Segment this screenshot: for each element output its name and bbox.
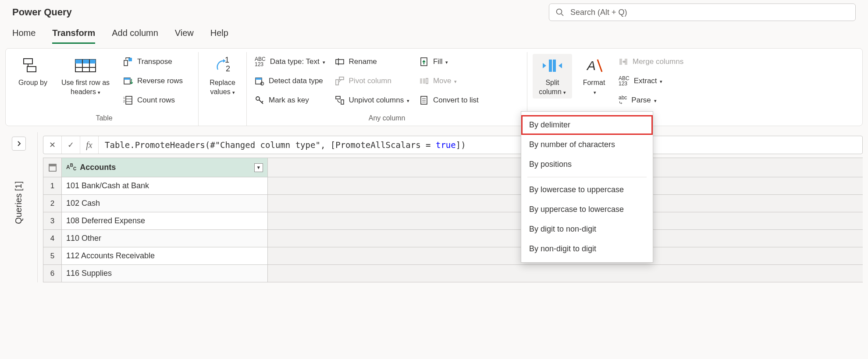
svg-rect-45: [553, 60, 556, 72]
tab-home[interactable]: Home: [12, 26, 36, 44]
merge-label: Merge columns: [633, 57, 683, 66]
svg-marker-52: [623, 60, 624, 63]
move-button: Move ▾: [416, 73, 481, 89]
dropdown-item-by-number-of-characters[interactable]: By number of characters: [521, 135, 653, 155]
format-label: Format▾: [583, 78, 605, 97]
parse-icon: abc⤷: [619, 95, 627, 106]
queries-count-label: Queries [1]: [14, 181, 24, 224]
transpose-icon: [123, 57, 133, 67]
pivot-column-button: Pivot column: [332, 73, 412, 89]
svg-rect-30: [336, 80, 338, 85]
row-number[interactable]: 1: [43, 177, 62, 195]
split-column-dropdown: By delimiter By number of characters By …: [521, 111, 653, 263]
dropdown-item-by-delimiter[interactable]: By delimiter: [521, 115, 653, 135]
data-type-button[interactable]: ABC123 Data type: Text ▾: [252, 54, 328, 70]
unpivot-label: Unpivot columns ▾: [349, 96, 409, 105]
split-column-button[interactable]: Split column▾: [533, 54, 572, 99]
tab-help[interactable]: Help: [210, 26, 228, 44]
svg-rect-39: [426, 78, 428, 84]
svg-text:2: 2: [226, 64, 230, 73]
group-by-button[interactable]: Group by: [15, 54, 50, 89]
parse-button[interactable]: abc⤷ Parse ▾: [616, 92, 686, 108]
svg-rect-50: [619, 59, 622, 65]
row-number[interactable]: 2: [43, 195, 62, 212]
use-first-row-label: Use first row as headers▾: [56, 78, 115, 97]
column-header-accounts[interactable]: ABC Accounts ▾: [62, 158, 268, 177]
rename-button[interactable]: Rename: [332, 54, 412, 70]
detect-icon: [255, 76, 264, 86]
svg-text:A: A: [586, 58, 596, 73]
column-type-icon: ABC: [66, 163, 76, 171]
formula-fx-button[interactable]: fx: [80, 136, 99, 154]
svg-marker-47: [559, 63, 562, 68]
tab-transform[interactable]: Transform: [52, 26, 95, 44]
search-input[interactable]: [570, 8, 849, 17]
svg-rect-11: [128, 58, 132, 61]
reverse-rows-button[interactable]: Reverse rows: [121, 73, 185, 89]
dropdown-item-by-non-digit-to-digit[interactable]: By non-digit to digit: [521, 239, 653, 259]
group-table-label: Table: [15, 114, 193, 122]
split-column-icon: [540, 56, 565, 76]
ribbon-tabs: Home Transform Add column View Help: [0, 25, 868, 44]
formula-commit-button[interactable]: ✓: [62, 136, 80, 154]
tab-view[interactable]: View: [175, 26, 194, 44]
detect-label: Detect data type: [269, 77, 323, 85]
replace-icon: 12: [213, 56, 233, 76]
svg-point-0: [557, 9, 562, 14]
grid-select-all[interactable]: [43, 158, 62, 177]
cell[interactable]: 116 Supplies: [62, 265, 268, 282]
rename-icon: [335, 57, 345, 67]
replace-values-button[interactable]: 12 Replace values▾: [205, 54, 240, 99]
svg-text:1: 1: [225, 56, 229, 64]
svg-rect-23: [256, 78, 262, 80]
cell[interactable]: 102 Cash: [62, 195, 268, 212]
extract-icon: ABC123: [619, 76, 630, 86]
formula-cancel-button[interactable]: ✕: [43, 136, 62, 154]
transpose-button[interactable]: Transpose: [121, 54, 185, 70]
transpose-label: Transpose: [137, 57, 172, 66]
format-icon: A: [584, 56, 604, 76]
svg-rect-31: [339, 77, 344, 80]
extract-button[interactable]: ABC123 Extract ▾: [616, 73, 686, 89]
cell[interactable]: 108 Deferred Expense: [62, 212, 268, 230]
group-by-label: Group by: [18, 78, 47, 88]
table-headers-icon: [75, 56, 96, 76]
extract-label: Extract ▾: [634, 77, 663, 85]
dropdown-separator: [527, 177, 647, 177]
convert-to-list-button[interactable]: Convert to list: [416, 92, 481, 108]
cell[interactable]: 112 Accounts Receivable: [62, 247, 268, 265]
cell[interactable]: 101 Bank/Cash at Bank: [62, 177, 268, 195]
unpivot-icon: [335, 95, 345, 105]
search-bar[interactable]: [549, 4, 856, 21]
dropdown-item-by-uppercase-to-lowercase[interactable]: By uppercase to lowercase: [521, 200, 653, 219]
row-number[interactable]: 5: [43, 247, 62, 265]
svg-rect-33: [341, 100, 344, 104]
rename-label: Rename: [349, 57, 377, 66]
row-number[interactable]: 6: [43, 265, 62, 282]
formula-text[interactable]: Table.PromoteHeaders(#"Changed column ty…: [99, 140, 862, 150]
use-first-row-as-headers-button[interactable]: Use first row as headers▾: [55, 54, 116, 99]
dropdown-item-by-positions[interactable]: By positions: [521, 155, 653, 174]
count-rows-icon: 12: [123, 95, 133, 105]
row-number[interactable]: 4: [43, 230, 62, 247]
group-anycolumn-label: Any column: [252, 114, 522, 122]
detect-data-type-button[interactable]: Detect data type: [252, 73, 328, 89]
formula-bar: ✕ ✓ fx Table.PromoteHeaders(#"Changed co…: [43, 136, 863, 154]
column-filter-dropdown[interactable]: ▾: [254, 163, 263, 172]
group-by-icon: [23, 56, 43, 76]
queries-expand-button[interactable]: [12, 137, 26, 151]
cell[interactable]: 110 Other: [62, 230, 268, 247]
dropdown-item-by-digit-to-non-digit[interactable]: By digit to non-digit: [521, 219, 653, 239]
app-title: Power Query: [12, 7, 549, 18]
data-grid[interactable]: ABC Accounts ▾ 1 101 Bank/Cash at Bank 2…: [43, 158, 863, 282]
fill-button[interactable]: Fill ▾: [416, 54, 481, 70]
fill-label: Fill ▾: [433, 57, 448, 66]
dropdown-item-by-lowercase-to-uppercase[interactable]: By lowercase to uppercase: [521, 180, 653, 200]
tab-add-column[interactable]: Add column: [112, 26, 158, 44]
format-button[interactable]: A Format▾: [576, 54, 612, 99]
row-number[interactable]: 3: [43, 212, 62, 230]
pivot-label: Pivot column: [349, 77, 391, 85]
unpivot-columns-button[interactable]: Unpivot columns ▾: [332, 92, 412, 108]
count-rows-button[interactable]: 12 Count rows: [121, 92, 185, 108]
mark-as-key-button[interactable]: Mark as key: [252, 92, 328, 108]
